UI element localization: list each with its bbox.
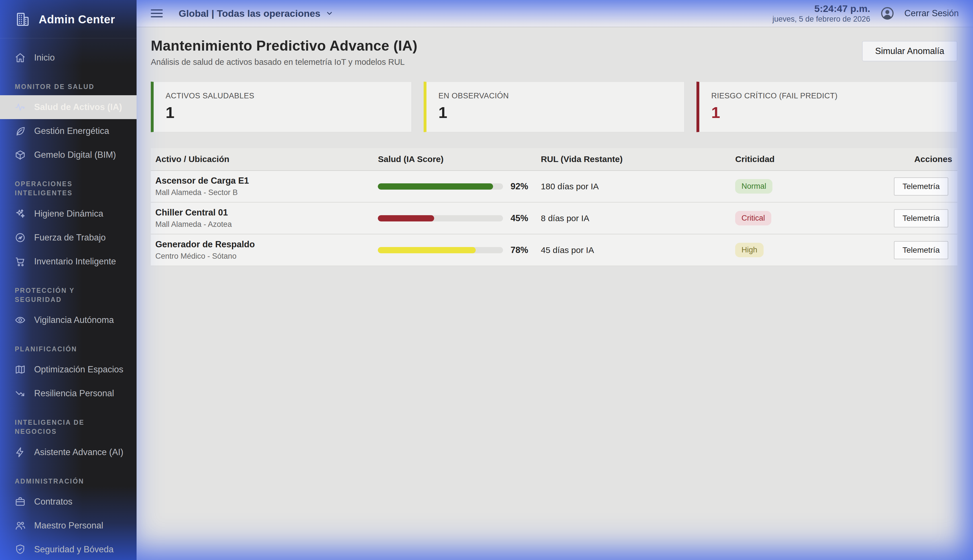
sidebar-item-label: Gestión Energética bbox=[34, 126, 109, 136]
telemetry-button[interactable]: Telemetría bbox=[894, 209, 948, 227]
sidebar-item-label: Fuerza de Trabajo bbox=[34, 233, 106, 243]
sidebar-item-asistente-advance[interactable]: Asistente Advance (AI) bbox=[0, 440, 137, 464]
asset-location: Mall Alameda - Azotea bbox=[155, 220, 373, 229]
compass-icon bbox=[15, 232, 26, 243]
context-label: Global | Todas las operaciones bbox=[179, 8, 320, 19]
asset-location: Centro Médico - Sótano bbox=[155, 252, 373, 261]
topbar: Global | Todas las operaciones 5:24:47 p… bbox=[137, 0, 973, 27]
sidebar-item-inicio[interactable]: Inicio bbox=[0, 46, 137, 70]
briefcase-icon bbox=[15, 496, 26, 507]
sidebar-item-vigilancia-autonoma[interactable]: Vigilancia Autónoma bbox=[0, 308, 137, 332]
content: Mantenimiento Predictivo Advance (IA) An… bbox=[137, 27, 973, 267]
column-header: RUL (Vida Restante) bbox=[536, 154, 731, 164]
sidebar-nav: Inicio MONITOR DE SALUD Salud de Activos… bbox=[0, 38, 137, 560]
column-header: Criticidad bbox=[731, 154, 884, 164]
page-subtitle: Análisis de salud de activos basado en t… bbox=[151, 57, 417, 67]
stat-card-observation: EN OBSERVACIÓN 1 bbox=[424, 82, 684, 132]
sidebar-item-gemelo-digital[interactable]: Gemelo Digital (BIM) bbox=[0, 143, 137, 167]
shield-icon bbox=[15, 544, 26, 555]
map-icon bbox=[15, 364, 26, 375]
sidebar-item-label: Seguridad y Bóveda bbox=[34, 544, 114, 555]
clock-date: jueves, 5 de febrero de 2026 bbox=[772, 15, 870, 24]
logout-button[interactable]: Cerrar Sesión bbox=[904, 8, 959, 18]
pulse-icon bbox=[15, 102, 26, 113]
table-header: Activo / Ubicación Salud (IA Score) RUL … bbox=[151, 148, 957, 171]
sidebar-section-inteligencia-de-negocios: INTELIGENCIA DE NEGOCIOS bbox=[15, 418, 109, 436]
status-badge: High bbox=[735, 243, 764, 257]
health-bar-fill bbox=[378, 247, 475, 253]
sidebar-item-contratos[interactable]: Contratos bbox=[0, 490, 137, 514]
sidebar-section-administracion: ADMINISTRACIÓN bbox=[15, 477, 109, 486]
sidebar-item-label: Gemelo Digital (BIM) bbox=[34, 150, 116, 160]
sidebar-item-label: Vigilancia Autónoma bbox=[34, 315, 114, 325]
health-bar bbox=[378, 247, 503, 253]
health-score: 78% bbox=[510, 245, 528, 255]
health-score: 92% bbox=[510, 182, 528, 192]
chevron-down-icon bbox=[326, 9, 333, 17]
stat-value: 1 bbox=[711, 103, 945, 122]
stat-cards: ACTIVOS SALUDABLES 1 EN OBSERVACIÓN 1 RI… bbox=[151, 82, 957, 132]
rul-value: 8 días por IA bbox=[536, 213, 731, 223]
health-bar-fill bbox=[378, 183, 493, 190]
telemetry-button[interactable]: Telemetría bbox=[894, 177, 948, 195]
menu-icon[interactable] bbox=[151, 9, 163, 17]
sidebar-item-maestro-personal[interactable]: Maestro Personal bbox=[0, 514, 137, 538]
asset-name: Generador de Respaldo bbox=[155, 239, 373, 250]
table-row: Generador de Respaldo Centro Médico - Só… bbox=[151, 235, 957, 267]
simulate-anomaly-button[interactable]: Simular Anomalía bbox=[862, 41, 957, 62]
assets-table: Activo / Ubicación Salud (IA Score) RUL … bbox=[151, 148, 957, 267]
table-row: Ascensor de Carga E1 Mall Alameda - Sect… bbox=[151, 171, 957, 203]
column-header: Acciones bbox=[884, 154, 957, 164]
sidebar-item-fuerza-de-trabajo[interactable]: Fuerza de Trabajo bbox=[0, 226, 137, 250]
building-icon bbox=[15, 12, 31, 27]
avatar[interactable] bbox=[880, 6, 895, 21]
column-header: Salud (IA Score) bbox=[373, 154, 536, 164]
app-logo-row: Admin Center bbox=[0, 0, 137, 38]
sidebar-section-planificacion: PLANIFICACIÓN bbox=[15, 345, 109, 353]
sidebar-item-label: Higiene Dinámica bbox=[34, 208, 103, 219]
health-score: 45% bbox=[510, 213, 528, 223]
sidebar-item-label: Maestro Personal bbox=[34, 520, 103, 531]
sidebar-item-salud-de-activos[interactable]: Salud de Activos (IA) bbox=[0, 95, 137, 119]
clock-time: 5:24:47 p.m. bbox=[772, 3, 870, 15]
eye-icon bbox=[15, 315, 26, 325]
context-switcher[interactable]: Global | Todas las operaciones bbox=[179, 8, 333, 19]
sidebar-item-optimizacion-espacios[interactable]: Optimización Espacios bbox=[0, 358, 137, 382]
stat-card-healthy: ACTIVOS SALUDABLES 1 bbox=[151, 82, 412, 132]
sidebar-item-label: Optimización Espacios bbox=[34, 365, 124, 375]
status-badge: Normal bbox=[735, 179, 772, 193]
column-header: Activo / Ubicación bbox=[151, 154, 373, 164]
asset-name: Ascensor de Carga E1 bbox=[155, 176, 373, 186]
sidebar: Admin Center Inicio MONITOR DE SALUD Sal… bbox=[0, 0, 137, 560]
health-bar bbox=[378, 215, 503, 222]
sidebar-item-seguridad-y-boveda[interactable]: Seguridad y Bóveda bbox=[0, 538, 137, 560]
stat-value: 1 bbox=[438, 103, 672, 122]
sidebar-item-label: Inicio bbox=[34, 53, 55, 63]
stat-label: RIESGO CRÍTICO (FAIL PREDICT) bbox=[711, 92, 945, 100]
sidebar-item-label: Resiliencia Personal bbox=[34, 388, 114, 398]
table-row: Chiller Central 01 Mall Alameda - Azotea… bbox=[151, 203, 957, 235]
sidebar-item-label: Asistente Advance (AI) bbox=[34, 447, 124, 457]
app-title: Admin Center bbox=[39, 13, 115, 26]
stat-value: 1 bbox=[166, 103, 400, 122]
status-badge: Critical bbox=[735, 211, 771, 225]
sidebar-section-operaciones-inteligentes: OPERACIONES INTELIGENTES bbox=[15, 179, 109, 198]
sidebar-item-label: Salud de Activos (IA) bbox=[34, 102, 122, 112]
asset-location: Mall Alameda - Sector B bbox=[155, 188, 373, 197]
page-title: Mantenimiento Predictivo Advance (IA) bbox=[151, 38, 417, 54]
sidebar-item-gestion-energetica[interactable]: Gestión Energética bbox=[0, 119, 137, 143]
clock: 5:24:47 p.m. jueves, 5 de febrero de 202… bbox=[772, 3, 870, 24]
sparkles-icon bbox=[15, 208, 26, 219]
cart-icon bbox=[15, 256, 26, 267]
sidebar-item-higiene-dinamica[interactable]: Higiene Dinámica bbox=[0, 202, 137, 226]
rul-value: 180 días por IA bbox=[536, 182, 731, 191]
main-area: Global | Todas las operaciones 5:24:47 p… bbox=[137, 0, 973, 560]
telemetry-button[interactable]: Telemetría bbox=[894, 241, 948, 259]
health-bar-fill bbox=[378, 215, 434, 222]
sidebar-item-resiliencia-personal[interactable]: Resiliencia Personal bbox=[0, 382, 137, 405]
sidebar-item-label: Inventario Inteligente bbox=[34, 257, 116, 267]
users-icon bbox=[15, 520, 26, 531]
sidebar-item-inventario-inteligente[interactable]: Inventario Inteligente bbox=[0, 250, 137, 273]
page-head: Mantenimiento Predictivo Advance (IA) An… bbox=[151, 38, 957, 67]
leaf-icon bbox=[15, 126, 26, 137]
